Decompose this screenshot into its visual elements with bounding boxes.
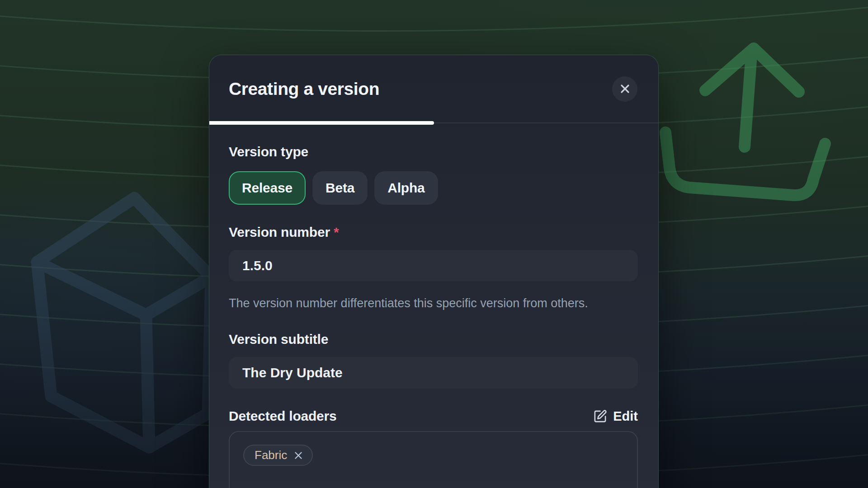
close-icon [619,83,631,95]
version-type-options: Release Beta Alpha [229,171,638,205]
required-asterisk: * [334,225,339,239]
detected-loaders-box: Fabric [229,431,638,488]
modal-header: Creating a version [209,55,658,123]
modal-body: Version type Release Beta Alpha Version … [209,123,658,488]
progress-bar [209,121,434,125]
version-subtitle-input[interactable] [229,357,638,389]
edit-icon [593,409,607,423]
version-type-alpha-button[interactable]: Alpha [374,171,438,205]
detected-loaders-label: Detected loaders [229,408,337,424]
loader-chip-fabric: Fabric [243,445,313,466]
modal-title: Creating a version [229,79,379,99]
loader-chip-label: Fabric [255,448,287,462]
edit-label: Edit [613,409,638,424]
version-type-label: Version type [229,144,638,160]
create-version-modal: Creating a version Version type Release … [209,55,659,488]
version-type-release-button[interactable]: Release [229,171,306,205]
version-type-beta-button[interactable]: Beta [312,171,368,205]
x-icon [293,450,304,461]
detected-loaders-row: Detected loaders Edit [229,408,638,424]
version-number-label-text: Version number [229,225,330,239]
upload-arrow-icon [646,27,868,280]
version-number-label: Version number* [229,225,638,240]
edit-loaders-button[interactable]: Edit [593,409,638,424]
version-number-help: The version number differentiates this s… [229,293,627,314]
package-cube-icon [25,188,226,461]
remove-loader-button[interactable] [293,450,304,461]
page-background: Creating a version Version type Release … [0,0,868,488]
version-number-input[interactable] [229,250,638,282]
version-subtitle-label: Version subtitle [229,332,638,347]
close-button[interactable] [612,76,637,102]
